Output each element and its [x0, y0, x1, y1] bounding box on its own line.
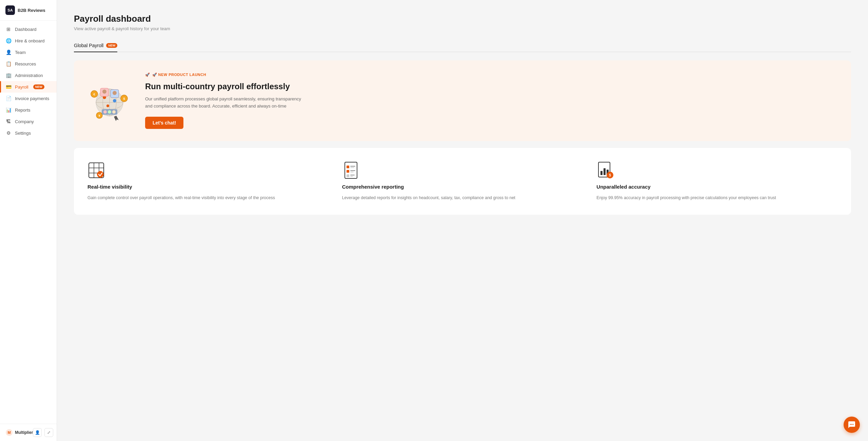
svg-rect-42: [600, 171, 603, 175]
sidebar-item-label: Hire & onboard: [15, 38, 44, 43]
benefits-grid: Real-time visibility Gain complete contr…: [74, 148, 851, 215]
sidebar-item-settings[interactable]: ⚙ Settings: [0, 127, 57, 139]
user-profile-button[interactable]: 👤: [33, 428, 42, 437]
sidebar-item-label: Reports: [15, 108, 31, 113]
svg-point-9: [106, 104, 109, 107]
page-subtitle: View active payroll & payroll history fo…: [74, 26, 851, 31]
sidebar-item-label: Settings: [15, 131, 31, 136]
app-company-name: B2B Reviews: [18, 8, 45, 13]
svg-text:$: $: [123, 97, 125, 100]
svg-point-8: [113, 99, 116, 102]
benefit-unparalleled-accuracy: $ Unparalleled accuracy Enjoy 99.95% acc…: [596, 161, 837, 201]
benefit-title-visibility: Real-time visibility: [87, 184, 329, 190]
sidebar-bottom-actions: 👤 ⤢: [33, 428, 53, 437]
sidebar-item-label: Company: [15, 119, 34, 124]
chat-fab-button[interactable]: [844, 417, 860, 433]
svg-text:$: $: [609, 173, 611, 177]
feature-card: € $ ¥ 🚀 🚀 NEW PRODUCT LAUNCH Run multi-c…: [74, 60, 851, 141]
sidebar-item-team[interactable]: 👤 Team: [0, 46, 57, 58]
expand-button[interactable]: ⤢: [44, 428, 53, 437]
accuracy-icon: $: [596, 161, 614, 179]
administration-icon: 🏢: [5, 73, 12, 78]
chat-icon: [848, 421, 856, 429]
svg-point-22: [108, 110, 111, 114]
feature-illustration: € $ ¥: [87, 79, 132, 123]
cta-button[interactable]: Let's chat!: [145, 117, 183, 129]
globe-icon: 🌐: [5, 38, 12, 43]
svg-point-30: [97, 171, 104, 178]
feature-title: Run multi-country payroll effortlessly: [145, 81, 837, 92]
sidebar-item-resources[interactable]: 📋 Resources: [0, 58, 57, 70]
sidebar-item-payroll[interactable]: 💳 Payroll New: [0, 81, 57, 93]
tabs: Global Payroll New: [74, 39, 851, 52]
feature-content: 🚀 🚀 NEW PRODUCT LAUNCH Run multi-country…: [145, 73, 837, 129]
sidebar-item-administration[interactable]: 🏢 Administration: [0, 70, 57, 81]
benefit-real-time-visibility: Real-time visibility Gain complete contr…: [87, 161, 329, 201]
benefit-title-reporting: Comprehensive reporting: [342, 184, 583, 190]
svg-text:¥: ¥: [98, 114, 100, 117]
sidebar-item-label: Team: [15, 50, 26, 55]
launch-text: 🚀 NEW PRODUCT LAUNCH: [152, 73, 206, 77]
dashboard-icon: ⊞: [5, 26, 12, 32]
sidebar-item-label: Resources: [15, 61, 36, 66]
reporting-icon: [342, 161, 360, 179]
svg-point-11: [102, 90, 106, 94]
svg-rect-35: [347, 170, 349, 173]
team-icon: 👤: [5, 50, 12, 55]
reports-icon: 📊: [5, 107, 12, 113]
svg-point-47: [850, 424, 851, 425]
launch-label: 🚀 🚀 NEW PRODUCT LAUNCH: [145, 73, 837, 77]
app-logo-icon: SA: [5, 5, 15, 15]
svg-point-23: [112, 110, 116, 114]
benefit-desc-reporting: Leverage detailed reports for insights o…: [342, 194, 583, 201]
benefit-desc-visibility: Gain complete control over payroll opera…: [87, 194, 329, 201]
svg-point-21: [103, 110, 107, 114]
benefit-title-accuracy: Unparalleled accuracy: [596, 184, 837, 190]
sidebar-item-invoice-payments[interactable]: 📄 Invoice payments: [0, 93, 57, 104]
sidebar-nav: ⊞ Dashboard 🌐 Hire & onboard 👤 Team 📋 Re…: [0, 21, 57, 424]
sidebar-item-label: Invoice payments: [15, 96, 49, 101]
svg-rect-43: [604, 168, 606, 175]
sidebar: SA B2B Reviews ⊞ Dashboard 🌐 Hire & onbo…: [0, 0, 57, 441]
visibility-icon: [87, 161, 105, 179]
resources-icon: 📋: [5, 61, 12, 66]
benefit-comprehensive-reporting: Comprehensive reporting Leverage detaile…: [342, 161, 583, 201]
main-content: Payroll dashboard View active payroll & …: [57, 0, 868, 441]
payroll-icon: 💳: [5, 84, 12, 90]
sidebar-item-label: Dashboard: [15, 27, 37, 32]
multiplier-icon: M: [5, 429, 13, 436]
tab-label: Global Payroll: [74, 43, 103, 48]
sidebar-logo: SA B2B Reviews: [0, 0, 57, 21]
feature-description: Our unified platform processes global pa…: [145, 96, 308, 110]
launch-icon: 🚀: [145, 73, 150, 77]
sidebar-item-company[interactable]: 🏗 Company: [0, 116, 57, 127]
sidebar-item-label: Payroll: [15, 84, 28, 90]
svg-rect-38: [347, 174, 349, 177]
page-title: Payroll dashboard: [74, 14, 851, 24]
svg-rect-32: [347, 166, 349, 168]
svg-text:M: M: [7, 430, 11, 435]
tab-new-badge: New: [106, 43, 117, 48]
svg-point-13: [113, 91, 117, 95]
sidebar-bottom: M Multiplier 👤 ⤢: [0, 424, 57, 441]
sidebar-item-dashboard[interactable]: ⊞ Dashboard: [0, 23, 57, 35]
brand-name: Multiplier: [15, 430, 33, 435]
multiplier-logo: M Multiplier: [5, 429, 33, 436]
tab-global-payroll[interactable]: Global Payroll New: [74, 39, 117, 52]
sidebar-item-reports[interactable]: 📊 Reports: [0, 104, 57, 116]
company-icon: 🏗: [5, 119, 12, 124]
benefit-desc-accuracy: Enjoy 99.95% accuracy in payroll process…: [596, 194, 837, 201]
sidebar-item-hire-onboard[interactable]: 🌐 Hire & onboard: [0, 35, 57, 46]
invoice-icon: 📄: [5, 96, 12, 101]
svg-point-48: [851, 424, 852, 425]
sidebar-item-label: Administration: [15, 73, 43, 78]
settings-icon: ⚙: [5, 130, 12, 136]
svg-text:€: €: [93, 93, 95, 96]
globe-svg: € $ ¥: [87, 79, 132, 123]
payroll-new-badge: New: [33, 84, 44, 89]
svg-marker-24: [114, 116, 119, 121]
svg-point-49: [853, 424, 854, 425]
